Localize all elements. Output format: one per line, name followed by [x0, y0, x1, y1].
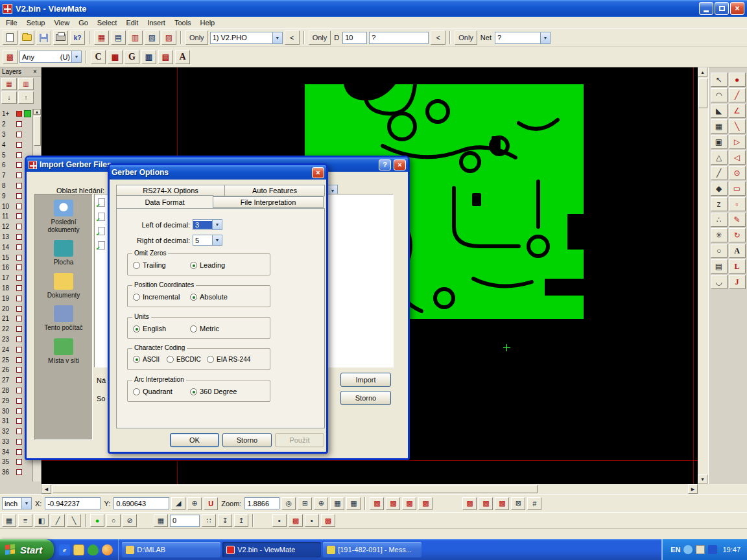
close-button[interactable]: × [730, 2, 744, 15]
coordinate-tool-button[interactable]: ⊕ [187, 497, 202, 510]
layer-combobox[interactable]: 1) V2.PHO ▼ [210, 32, 283, 44]
zoom-tool-button[interactable]: ◎ [281, 497, 296, 510]
layer-color-swatch[interactable] [16, 162, 22, 168]
import-button[interactable]: Import [340, 373, 391, 387]
drawing-tool-button[interactable]: ✎ [729, 213, 746, 227]
view-pattern-button[interactable]: ▩ [402, 497, 416, 510]
places-bar-item[interactable]: Plocha [35, 240, 92, 266]
radio-incremental[interactable] [133, 294, 140, 301]
scroll-up-icon[interactable]: ▲ [698, 67, 707, 77]
display-mode-button[interactable]: ▦ [94, 30, 109, 45]
drawing-tool-button[interactable]: A [729, 244, 746, 258]
gerber-file-icon[interactable] [98, 227, 105, 235]
snap-tool-button[interactable]: ↧ [218, 514, 232, 527]
menu-item[interactable]: Help [196, 18, 220, 28]
only-layer-toggle[interactable]: Only [185, 30, 208, 45]
only-net-toggle[interactable]: Only [455, 30, 477, 45]
layer-color-swatch[interactable] [16, 183, 22, 189]
drawing-tool-button[interactable]: ◡ [711, 275, 728, 289]
tray-icon-1[interactable] [683, 545, 693, 554]
layers-grid-button-1[interactable]: ▦ [1, 78, 17, 90]
minimize-button[interactable] [699, 2, 713, 15]
places-bar-item[interactable]: Tento počítač [35, 305, 92, 332]
radio-360-degree[interactable] [190, 388, 197, 395]
places-bar-item[interactable]: Místa v síti [35, 338, 92, 365]
layer-color-swatch[interactable] [16, 296, 22, 301]
layer-row[interactable]: 3 [0, 130, 32, 140]
tray-icon-3[interactable] [708, 545, 717, 554]
grid-tool-button[interactable]: ╲ [67, 514, 81, 527]
aperture-tool-button[interactable]: ▥ [141, 50, 156, 64]
aperture-tool-button[interactable]: ▦ [108, 50, 123, 64]
taskbar-task-button[interactable]: V2.bin - ViewMate [222, 542, 321, 557]
drawing-tool-button[interactable]: ↻ [729, 228, 746, 242]
layer-color-swatch[interactable] [16, 316, 22, 321]
prev-layer-button[interactable]: < [285, 30, 300, 45]
menu-item[interactable]: Tools [170, 18, 196, 28]
dialog-close-button[interactable]: × [312, 167, 324, 178]
gerber-file-icon[interactable] [98, 213, 105, 221]
drawing-tool-button[interactable]: z [711, 197, 728, 211]
start-button[interactable]: Start [0, 539, 54, 560]
grid-tool-button[interactable]: ◧ [34, 514, 49, 527]
layer-color-swatch[interactable] [16, 111, 22, 117]
snap-tool-button[interactable]: ∷ [202, 514, 216, 527]
drawing-tool-button[interactable]: ○ [711, 244, 728, 258]
gerber-file-icon[interactable] [98, 198, 105, 207]
drawing-tool-button[interactable]: ◁ [729, 150, 746, 165]
layer-color-swatch[interactable] [16, 388, 22, 393]
drawing-tool-button[interactable]: ╱ [711, 166, 728, 180]
tab-data-format[interactable]: Data Format [116, 195, 213, 208]
internet-explorer-icon[interactable] [59, 544, 70, 555]
grid-tool-button[interactable]: ≡ [18, 514, 32, 527]
vertical-scrollbar[interactable]: ▲ ▼ [698, 67, 708, 484]
drawing-tool-button[interactable]: ∴ [711, 213, 728, 227]
save-button[interactable] [36, 30, 51, 45]
zoom-tool-button[interactable]: ▦ [346, 497, 361, 510]
view-pattern-button[interactable]: ▩ [370, 497, 384, 510]
layer-color-swatch[interactable] [16, 275, 22, 281]
dropdown-arrow-icon[interactable]: ▼ [212, 220, 222, 229]
grid-value-input[interactable]: 0 [170, 515, 200, 527]
scrollbar-thumb[interactable] [53, 485, 538, 493]
tray-icon-2[interactable] [696, 545, 705, 554]
radio-eia-rs244[interactable] [207, 356, 214, 363]
view-pattern-button[interactable]: ▩ [386, 497, 400, 510]
dropdown-arrow-icon[interactable]: ▼ [540, 32, 550, 43]
view-pattern-button[interactable]: ▩ [462, 497, 477, 510]
scrollbar-thumb[interactable] [698, 78, 707, 108]
grid-tool-button[interactable]: ▦ [2, 514, 16, 527]
radio-trailing[interactable] [133, 262, 140, 269]
layer-color-swatch[interactable] [16, 204, 22, 209]
layer-color-swatch[interactable] [16, 172, 22, 178]
tab-file-interpretation[interactable]: File Interpretation [213, 196, 324, 208]
layer-color-swatch[interactable] [16, 357, 22, 363]
transform-tool-button[interactable]: # [527, 497, 541, 510]
places-bar-item[interactable]: Poslední dokumenty [35, 200, 92, 233]
pattern-tool-button[interactable]: ▩ [3, 50, 18, 64]
layer-color-swatch[interactable] [16, 306, 22, 312]
transform-tool-button[interactable]: ⊠ [511, 497, 525, 510]
layer-color-swatch[interactable] [16, 193, 22, 199]
pattern-toggle-button[interactable]: ▩ [321, 514, 335, 527]
grid-tool-button[interactable]: ╱ [51, 514, 65, 527]
display-mode-button[interactable]: ▤ [111, 30, 126, 45]
only-dcode-toggle[interactable]: Only [309, 30, 331, 45]
right-decimal-combobox[interactable]: 5 ▼ [193, 235, 222, 246]
layer-color-swatch[interactable] [16, 398, 22, 404]
menu-item[interactable]: Select [93, 18, 122, 28]
layer-color-swatch[interactable] [16, 347, 22, 353]
menu-item[interactable]: View [49, 18, 74, 28]
layer-color-swatch[interactable] [16, 234, 22, 240]
print-button[interactable] [53, 30, 68, 45]
new-button[interactable] [3, 30, 18, 45]
layer-color-swatch[interactable] [16, 367, 22, 373]
taskbar-task-button[interactable]: D:\MLAB [122, 542, 220, 557]
layer-row[interactable]: 36 [0, 467, 32, 478]
snap-tool-button[interactable]: ↥ [234, 514, 248, 527]
layers-close-button[interactable]: × [31, 69, 39, 75]
dropdown-arrow-icon[interactable]: ▼ [21, 498, 31, 509]
layer-color-swatch[interactable] [16, 285, 22, 291]
layer-color-swatch[interactable] [16, 377, 22, 383]
tab-auto-features[interactable]: Auto Features [225, 185, 325, 196]
